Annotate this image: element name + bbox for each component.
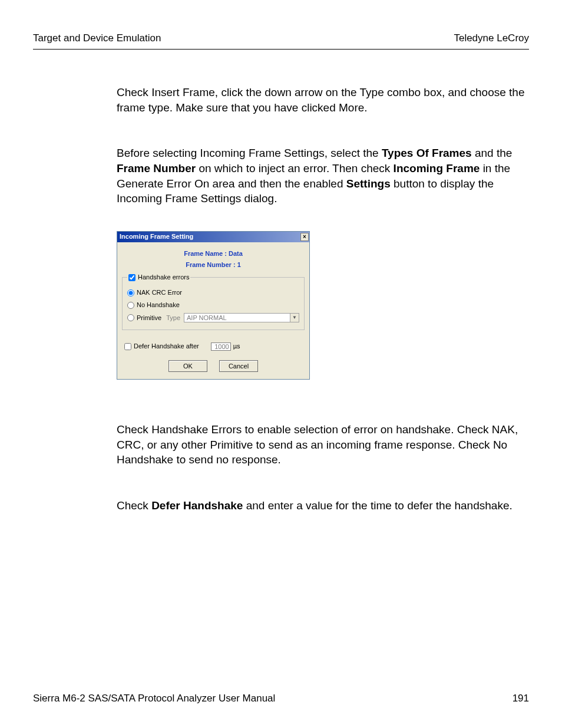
ok-button[interactable]: OK [168,360,207,372]
dropdown-value: AIP NORMAL [187,314,227,322]
frame-name-label: Frame Name : Data [117,249,309,258]
dialog-titlebar: Incoming Frame Setting × [117,232,309,242]
footer-left: Sierra M6-2 SAS/SATA Protocol Analyzer U… [33,692,275,706]
paragraph-3: Check Handshake Errors to enable selecti… [117,422,529,467]
frame-number-label: Frame Number : 1 [117,261,309,269]
no-handshake-label: No Handshake [137,301,180,309]
type-label: Type [166,314,180,322]
header-rule [33,49,529,50]
paragraph-1: Check Insert Frame, click the down arrow… [117,85,529,115]
cancel-button[interactable]: Cancel [219,360,258,372]
header-left: Target and Device Emulation [33,32,161,45]
paragraph-2: Before selecting Incoming Frame Settings… [117,146,529,206]
primitive-label: Primitive [137,314,161,322]
handshake-errors-label: Handshake errors [138,273,189,282]
defer-value-input[interactable]: 1000 [211,342,231,351]
incoming-frame-dialog: Incoming Frame Setting × Frame Name : Da… [117,231,310,380]
header-right: Teledyne LeCroy [454,32,529,45]
defer-unit-label: µs [233,342,240,351]
chevron-down-icon: ▼ [290,314,299,322]
defer-handshake-label: Defer Handshake after [134,342,199,351]
footer-page-number: 191 [513,692,529,706]
handshake-errors-checkbox[interactable] [128,274,135,281]
primitive-radio[interactable] [127,314,134,321]
handshake-errors-group: Handshake errors NAK CRC Error No Handsh… [122,277,305,330]
primitive-type-dropdown[interactable]: AIP NORMAL ▼ [184,313,299,322]
paragraph-4: Check Defer Handshake and enter a value … [117,498,529,513]
dialog-title: Incoming Frame Setting [120,232,193,241]
nak-crc-error-radio[interactable] [127,289,134,297]
nak-crc-error-label: NAK CRC Error [137,288,182,297]
no-handshake-radio[interactable] [127,302,134,309]
defer-handshake-checkbox[interactable] [124,343,131,350]
close-icon[interactable]: × [300,233,309,241]
